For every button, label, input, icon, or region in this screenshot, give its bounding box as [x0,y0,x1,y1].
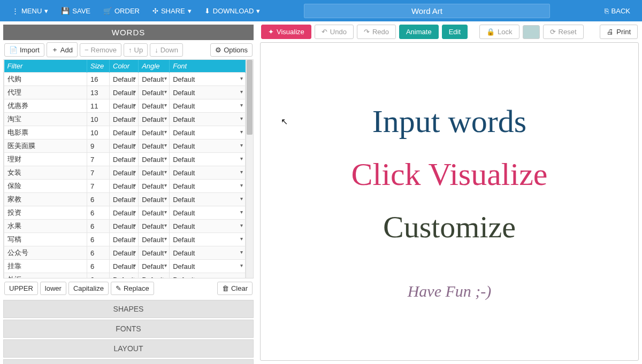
font-header[interactable]: Font [170,60,246,73]
table-row[interactable]: 代购16DefaultDefaultDefault [4,73,246,86]
word-cell[interactable]: 写稿 [4,233,87,246]
table-row[interactable]: 医美面膜9DefaultDefaultDefault [4,140,246,153]
color-cell[interactable]: Default [110,206,139,220]
angle-cell[interactable]: Default [139,246,170,260]
table-row[interactable]: 淘宝10DefaultDefaultDefault [4,113,246,126]
size-cell[interactable]: 7 [87,180,110,193]
size-cell[interactable]: 9 [87,140,110,153]
color-cell[interactable]: Default [110,273,139,278]
color-cell[interactable]: Default [110,166,139,180]
angle-cell[interactable]: Default [139,180,170,193]
font-cell[interactable]: Default [170,126,246,140]
angle-cell[interactable]: Default [139,153,170,166]
color-cell[interactable]: Default [110,86,139,99]
word-cell[interactable]: 医美面膜 [4,140,87,153]
angle-cell[interactable]: Default [139,220,170,233]
color-cell[interactable]: Default [110,246,139,260]
word-cell[interactable]: 保险 [4,180,87,193]
shapes-panel[interactable]: SHAPES [3,300,254,318]
word-cell[interactable]: 优惠券 [4,99,87,113]
back-button[interactable]: ⎘BACK [598,0,637,21]
table-row[interactable]: 投资6DefaultDefaultDefault [4,206,246,220]
lower-button[interactable]: lower [40,282,66,295]
color-cell[interactable]: Default [110,140,139,153]
clear-button[interactable]: 🗑Clear [217,282,253,295]
angle-header[interactable]: Angle [139,60,170,73]
word-cell[interactable]: 家教 [4,193,87,206]
save-button[interactable]: 💾SAVE [55,0,97,21]
color-cell[interactable]: Default [110,180,139,193]
angle-cell[interactable]: Default [139,113,170,126]
word-cell[interactable]: 投资 [4,206,87,220]
print-button[interactable]: 🖨Print [600,25,638,39]
fonts-panel[interactable]: FONTS [3,320,254,338]
animate-button[interactable]: Animate [399,25,439,39]
order-button[interactable]: 🛒ORDER [97,0,146,21]
title-field[interactable]: Word Art [304,4,550,18]
angle-cell[interactable]: Default [139,73,170,86]
font-cell[interactable]: Default [170,193,246,206]
size-cell[interactable]: 7 [87,166,110,180]
font-cell[interactable]: Default [170,273,246,278]
share-button[interactable]: ✣SHARE▾ [146,0,198,21]
style-panel[interactable]: STYLE [3,359,254,364]
size-cell[interactable]: 10 [87,126,110,140]
download-button[interactable]: ⬇DOWNLOAD▾ [198,0,267,21]
font-cell[interactable]: Default [170,180,246,193]
size-cell[interactable]: 16 [87,73,110,86]
angle-cell[interactable]: Default [139,140,170,153]
color-cell[interactable]: Default [110,220,139,233]
word-cell[interactable]: 女装 [4,166,87,180]
color-cell[interactable]: Default [110,126,139,140]
filter-header[interactable]: Filter [4,60,87,73]
undo-button[interactable]: ↶Undo [315,25,354,39]
replace-button[interactable]: ✎Replace [111,282,154,295]
menu-button[interactable]: ⋮MENU▾ [5,0,55,21]
word-cell[interactable]: 公众号 [4,246,87,260]
angle-cell[interactable]: Default [139,86,170,99]
font-cell[interactable]: Default [170,99,246,113]
add-button[interactable]: ＋Add [47,42,78,57]
options-button[interactable]: ⚙Options [210,43,253,57]
remove-button[interactable]: −Remove [80,43,121,57]
font-cell[interactable]: Default [170,166,246,180]
size-cell[interactable]: 6 [87,260,110,273]
angle-cell[interactable]: Default [139,206,170,220]
color-cell[interactable]: Default [110,193,139,206]
up-button[interactable]: ↑Up [124,43,148,57]
size-cell[interactable]: 7 [87,153,110,166]
visualize-button[interactable]: ✦Visualize [261,25,311,39]
angle-cell[interactable]: Default [139,260,170,273]
scrollbar[interactable] [246,60,253,278]
edit-button[interactable]: Edit [442,25,468,39]
color-header[interactable]: Color [110,60,139,73]
angle-cell[interactable]: Default [139,99,170,113]
table-row[interactable]: 公众号6DefaultDefaultDefault [4,246,246,260]
size-cell[interactable]: 6 [87,233,110,246]
color-swatch[interactable] [523,25,540,39]
font-cell[interactable]: Default [170,153,246,166]
font-cell[interactable]: Default [170,233,246,246]
angle-cell[interactable]: Default [139,233,170,246]
color-cell[interactable]: Default [110,73,139,86]
word-cell[interactable]: 代购 [4,73,87,86]
table-row[interactable]: 优惠券11DefaultDefaultDefault [4,99,246,113]
layout-panel[interactable]: LAYOUT [3,339,254,358]
lock-button[interactable]: 🔒Lock [479,25,519,39]
word-cell[interactable]: 淘宝 [4,113,87,126]
word-cell[interactable]: 电影票 [4,126,87,140]
redo-button[interactable]: ↷Redo [357,25,396,39]
angle-cell[interactable]: Default [139,166,170,180]
color-cell[interactable]: Default [110,113,139,126]
word-cell[interactable]: 水果 [4,220,87,233]
table-row[interactable]: 外汇6DefaultDefaultDefault [4,273,246,278]
font-cell[interactable]: Default [170,113,246,126]
table-row[interactable]: 女装7DefaultDefaultDefault [4,166,246,180]
font-cell[interactable]: Default [170,73,246,86]
scrollbar-thumb[interactable] [247,60,253,135]
size-cell[interactable]: 10 [87,113,110,126]
word-cell[interactable]: 挂靠 [4,260,87,273]
table-row[interactable]: 电影票10DefaultDefaultDefault [4,126,246,140]
angle-cell[interactable]: Default [139,126,170,140]
size-cell[interactable]: 6 [87,246,110,260]
